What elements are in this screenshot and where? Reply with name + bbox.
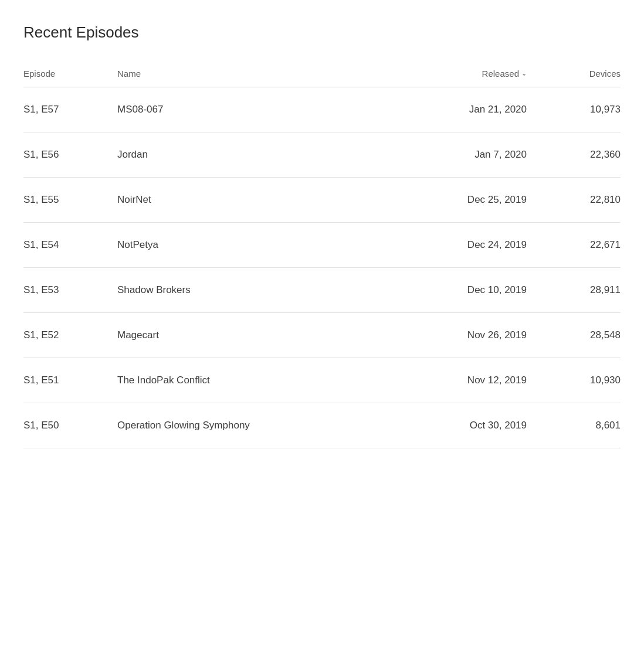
cell-released: Jan 21, 2020 [398,104,527,115]
table-row: S1, E55 NoirNet Dec 25, 2019 22,810 [23,178,621,223]
cell-devices: 28,911 [527,284,621,296]
cell-devices: 22,810 [527,194,621,206]
table-row: S1, E50 Operation Glowing Symphony Oct 3… [23,403,621,448]
table-row: S1, E56 Jordan Jan 7, 2020 22,360 [23,132,621,178]
cell-name: NotPetya [117,239,398,251]
header-released[interactable]: Released ⌄ [398,69,527,79]
table-header: Episode Name Released ⌄ Devices [23,63,621,87]
cell-episode: S1, E52 [23,329,117,341]
header-devices: Devices [527,69,621,79]
cell-name: The IndoPak Conflict [117,375,398,386]
cell-devices: 28,548 [527,329,621,341]
page-title: Recent Episodes [23,23,621,42]
table-row: S1, E54 NotPetya Dec 24, 2019 22,671 [23,223,621,268]
cell-name: Jordan [117,149,398,161]
cell-name: MS08-067 [117,104,398,115]
cell-episode: S1, E57 [23,104,117,115]
cell-devices: 22,360 [527,149,621,161]
header-name: Name [117,69,398,79]
cell-episode: S1, E55 [23,194,117,206]
cell-episode: S1, E50 [23,420,117,431]
cell-released: Oct 30, 2019 [398,420,527,431]
cell-episode: S1, E56 [23,149,117,161]
cell-name: Operation Glowing Symphony [117,420,398,431]
cell-episode: S1, E54 [23,239,117,251]
cell-name: Magecart [117,329,398,341]
cell-name: NoirNet [117,194,398,206]
cell-devices: 8,601 [527,420,621,431]
cell-devices: 10,930 [527,375,621,386]
table-row: S1, E53 Shadow Brokers Dec 10, 2019 28,9… [23,268,621,313]
cell-released: Dec 10, 2019 [398,284,527,296]
header-episode: Episode [23,69,117,79]
table-row: S1, E51 The IndoPak Conflict Nov 12, 201… [23,358,621,403]
cell-released: Nov 26, 2019 [398,329,527,341]
cell-devices: 10,973 [527,104,621,115]
cell-episode: S1, E53 [23,284,117,296]
cell-name: Shadow Brokers [117,284,398,296]
cell-released: Jan 7, 2020 [398,149,527,161]
cell-released: Dec 24, 2019 [398,239,527,251]
table-row: S1, E52 Magecart Nov 26, 2019 28,548 [23,313,621,358]
cell-released: Dec 25, 2019 [398,194,527,206]
cell-episode: S1, E51 [23,375,117,386]
recent-episodes-table: Episode Name Released ⌄ Devices S1, E57 … [23,63,621,448]
cell-released: Nov 12, 2019 [398,375,527,386]
cell-devices: 22,671 [527,239,621,251]
table-body: S1, E57 MS08-067 Jan 21, 2020 10,973 S1,… [23,87,621,448]
sort-desc-icon: ⌄ [521,70,527,77]
table-row: S1, E57 MS08-067 Jan 21, 2020 10,973 [23,87,621,132]
